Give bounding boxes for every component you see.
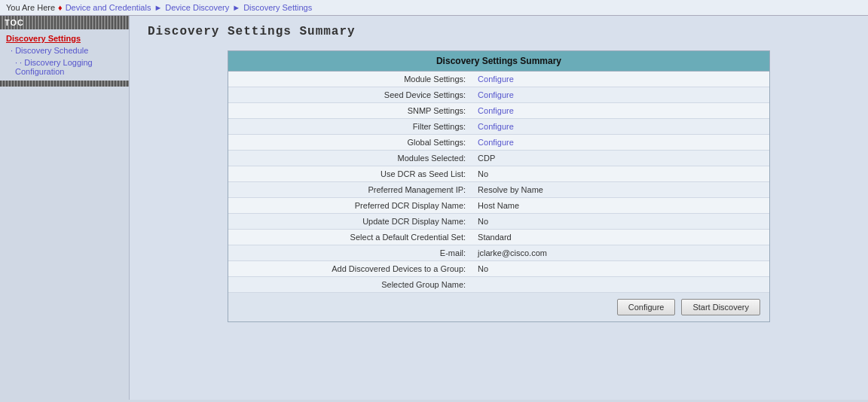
table-row: Selected Group Name: xyxy=(228,277,769,293)
summary-table: Discovery Settings Summary Module Settin… xyxy=(228,51,769,321)
table-row: Seed Device Settings:Configure xyxy=(228,87,769,103)
row-value: CDP xyxy=(472,151,769,166)
table-row: Add Discovered Devices to a Group:No xyxy=(228,261,769,277)
row-value: No xyxy=(472,166,769,182)
breadcrumb: You Are Here ♦ Device and Credentials ► … xyxy=(0,0,868,16)
row-value: Resolve by Name xyxy=(472,182,769,198)
page-title: Discovery Settings Summary xyxy=(148,25,850,38)
table-row: Modules Selected:CDP xyxy=(228,151,769,166)
row-value[interactable]: Configure xyxy=(472,103,769,119)
row-label: Update DCR Display Name: xyxy=(228,214,472,230)
breadcrumb-arrow-1: ► xyxy=(154,3,162,12)
sidebar-item-discovery-logging[interactable]: · · Discovery Logging Configuration xyxy=(0,56,129,78)
table-row: E-mail:jclarke@cisco.com xyxy=(228,245,769,261)
breadcrumb-discovery-settings[interactable]: Discovery Settings xyxy=(243,3,312,12)
sidebar: TOC Discovery Settings · Discovery Sched… xyxy=(0,16,130,400)
toc-header: TOC xyxy=(0,16,129,29)
table-row: Module Settings:Configure xyxy=(228,72,769,87)
row-value xyxy=(472,277,769,293)
row-label: Preferred DCR Display Name: xyxy=(228,198,472,214)
row-label: Selected Group Name: xyxy=(228,277,472,293)
table-row: Filter Settings:Configure xyxy=(228,119,769,135)
table-row: SNMP Settings:Configure xyxy=(228,103,769,119)
table-row: Preferred Management IP:Resolve by Name xyxy=(228,182,769,198)
row-label: E-mail: xyxy=(228,245,472,261)
row-label: SNMP Settings: xyxy=(228,103,472,119)
sidebar-section-title[interactable]: Discovery Settings xyxy=(0,29,129,44)
row-label: Add Discovered Devices to a Group: xyxy=(228,261,472,277)
table-row: Select a Default Credential Set:Standard xyxy=(228,230,769,245)
table-row: Global Settings:Configure xyxy=(228,135,769,151)
row-value[interactable]: Configure xyxy=(472,119,769,135)
table-row: Preferred DCR Display Name:Host Name xyxy=(228,198,769,214)
row-label: Select a Default Credential Set: xyxy=(228,230,472,245)
row-value: Standard xyxy=(472,230,769,245)
table-header: Discovery Settings Summary xyxy=(228,51,769,72)
table-row: Use DCR as Seed List:No xyxy=(228,166,769,182)
content-area: Discovery Settings Summary Discovery Set… xyxy=(130,16,868,400)
row-label: Module Settings: xyxy=(228,72,472,87)
table-row: Update DCR Display Name:No xyxy=(228,214,769,230)
breadcrumb-device-credentials[interactable]: Device and Credentials xyxy=(66,3,151,12)
sidebar-item-discovery-schedule[interactable]: · Discovery Schedule xyxy=(0,44,129,56)
row-label: Modules Selected: xyxy=(228,151,472,166)
summary-table-container: Discovery Settings Summary Module Settin… xyxy=(228,50,770,322)
start-discovery-button[interactable]: Start Discovery xyxy=(681,299,760,315)
row-value: Host Name xyxy=(472,198,769,214)
footer-row: ConfigureStart Discovery xyxy=(228,293,769,322)
sidebar-bottom-bar xyxy=(0,81,129,87)
row-value: No xyxy=(472,214,769,230)
row-label: Preferred Management IP: xyxy=(228,182,472,198)
breadcrumb-device-discovery[interactable]: Device Discovery xyxy=(165,3,229,12)
row-value: No xyxy=(472,261,769,277)
row-label: Global Settings: xyxy=(228,135,472,151)
row-value[interactable]: Configure xyxy=(472,72,769,87)
breadcrumb-prefix: You Are Here xyxy=(6,3,55,12)
row-label: Use DCR as Seed List: xyxy=(228,166,472,182)
row-value[interactable]: Configure xyxy=(472,87,769,103)
row-value[interactable]: Configure xyxy=(472,135,769,151)
breadcrumb-separator: ♦ xyxy=(58,3,63,12)
breadcrumb-arrow-2: ► xyxy=(232,3,240,12)
row-value: jclarke@cisco.com xyxy=(472,245,769,261)
row-label: Filter Settings: xyxy=(228,119,472,135)
configure-button[interactable]: Configure xyxy=(617,299,676,315)
row-label: Seed Device Settings: xyxy=(228,87,472,103)
